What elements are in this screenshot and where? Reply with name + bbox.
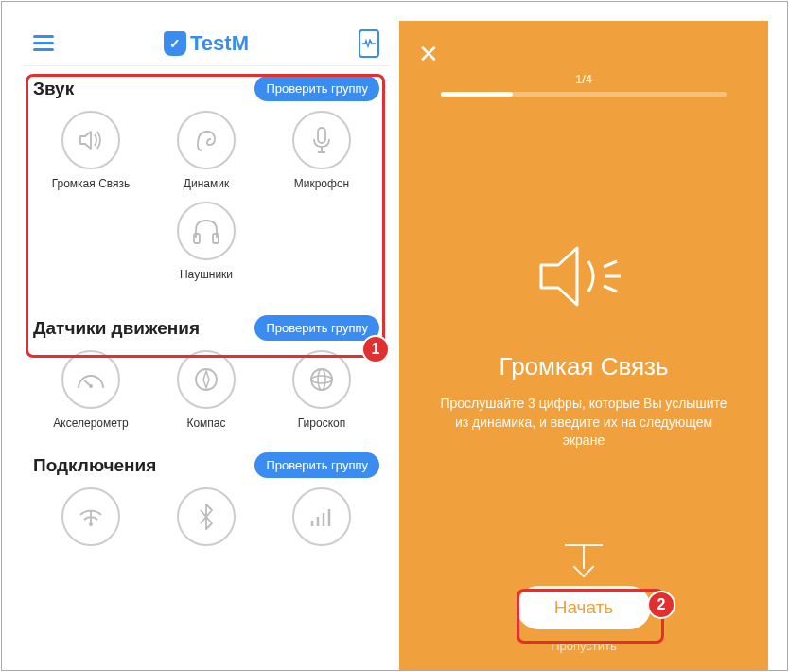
section-title: Датчики движения [33,318,200,339]
right-screen: ✕ 1/4 Громкая Связь Прослушайте 3 цифры,… [399,21,768,670]
outer-frame: TestM Звук Проверить группу Громкая Связ… [1,1,788,671]
section-title: Подключения [33,455,156,476]
gyroscope-icon [292,350,351,409]
section-title: Звук [33,79,74,99]
shield-icon [164,31,186,56]
item-label: Динамик [184,177,229,190]
test-item-bluetooth[interactable] [149,487,264,546]
check-group-button[interactable]: Проверить группу [254,452,379,478]
arrow-down-icon [573,557,595,578]
test-item-earpiece[interactable]: Динамик [149,111,264,190]
headphones-icon [177,202,236,260]
progress: 1/4 [441,72,727,97]
topbar: TestM [22,21,391,66]
item-label: Микрофон [294,177,349,190]
item-label: Акселерометр [53,416,128,430]
close-icon[interactable]: ✕ [418,40,439,69]
test-item-headphones[interactable]: Наушники [149,202,264,281]
annotation-badge-2: 2 [647,591,675,619]
progress-label: 1/4 [441,72,727,86]
svg-line-16 [604,286,617,292]
test-item-gyroscope[interactable]: Гироскоп [265,350,379,430]
section-sound: Звук Проверить группу Громкая Связь Дина… [22,66,391,281]
test-title: Громкая Связь [437,352,730,381]
svg-point-7 [311,376,332,383]
start-button[interactable]: Начать [517,586,652,629]
signal-icon [292,487,351,546]
test-item-wifi[interactable] [34,487,149,546]
test-item-accelerometer[interactable]: Акселерометр [34,350,149,430]
test-item-microphone[interactable]: Микрофон [265,111,379,190]
svg-line-14 [604,261,617,267]
item-label: Гироскоп [298,416,345,430]
progress-bar [441,92,727,97]
gauge-icon [61,350,120,409]
svg-rect-1 [194,234,200,243]
app-name: TestM [190,31,249,56]
item-label: Компас [186,416,225,430]
app-logo: TestM [164,31,249,56]
test-item-speakerphone[interactable]: Громкая Связь [34,111,149,190]
skip-button[interactable]: Пропустить [399,639,768,653]
section-motion: Датчики движения Проверить группу Акселе… [22,306,391,430]
section-connectivity: Подключения Проверить группу [22,443,391,546]
bluetooth-icon [177,487,236,546]
annotation-badge-1: 1 [361,335,390,363]
speaker-loud-icon [522,229,645,324]
test-item-compass[interactable]: Компас [149,350,264,430]
ear-icon [177,111,236,169]
check-group-button[interactable]: Проверить группу [254,315,379,341]
svg-line-4 [84,380,91,386]
item-label: Громкая Связь [52,177,131,190]
wifi-icon [61,487,120,546]
menu-icon[interactable] [33,31,54,55]
test-description: Прослушайте 3 цифры, которые Вы услышите… [437,395,730,451]
item-label: Наушники [180,268,233,281]
check-group-button[interactable]: Проверить группу [254,76,379,101]
compass-icon [177,350,236,409]
svg-point-6 [311,369,332,390]
svg-rect-0 [318,128,325,143]
diagnostic-icon[interactable] [359,29,379,58]
test-item-cellular[interactable] [265,487,379,546]
speaker-loud-icon [61,111,120,169]
svg-rect-2 [213,234,219,243]
left-screen: TestM Звук Проверить группу Громкая Связ… [22,21,391,670]
svg-point-8 [318,369,325,390]
microphone-icon [292,111,351,169]
